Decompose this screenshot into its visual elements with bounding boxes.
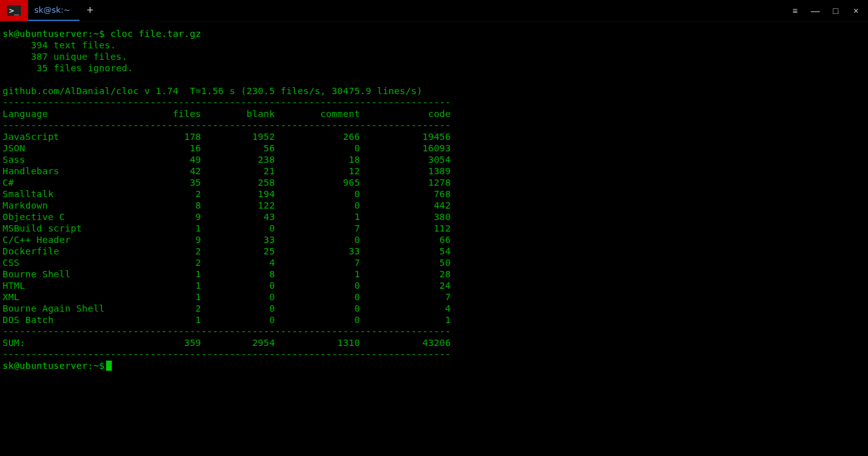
titlebar: >_ sk@sk:~ + ≡ — □ × — [0, 0, 868, 22]
maximize-icon: □ — [833, 6, 838, 16]
minimize-button[interactable]: — — [810, 5, 821, 17]
plus-icon: + — [87, 4, 94, 17]
maximize-button[interactable]: □ — [830, 5, 841, 17]
titlebar-spacer — [101, 0, 789, 21]
hamburger-icon: ≡ — [792, 6, 797, 16]
tab-title: sk@sk:~ — [34, 5, 71, 15]
tab-terminal[interactable]: sk@sk:~ — [28, 0, 79, 21]
terminal-output[interactable]: sk@ubuntuserver:~$ cloc file.tar.gz 394 … — [0, 22, 868, 375]
close-icon: × — [853, 6, 858, 16]
window-controls: ≡ — □ × — [789, 0, 868, 21]
new-tab-button[interactable]: + — [79, 0, 101, 21]
menu-button[interactable]: ≡ — [789, 5, 801, 17]
close-button[interactable]: × — [850, 5, 862, 17]
terminal-icon: >_ — [7, 5, 21, 16]
minimize-icon: — — [811, 6, 820, 16]
app-icon-tab[interactable]: >_ — [0, 0, 28, 21]
